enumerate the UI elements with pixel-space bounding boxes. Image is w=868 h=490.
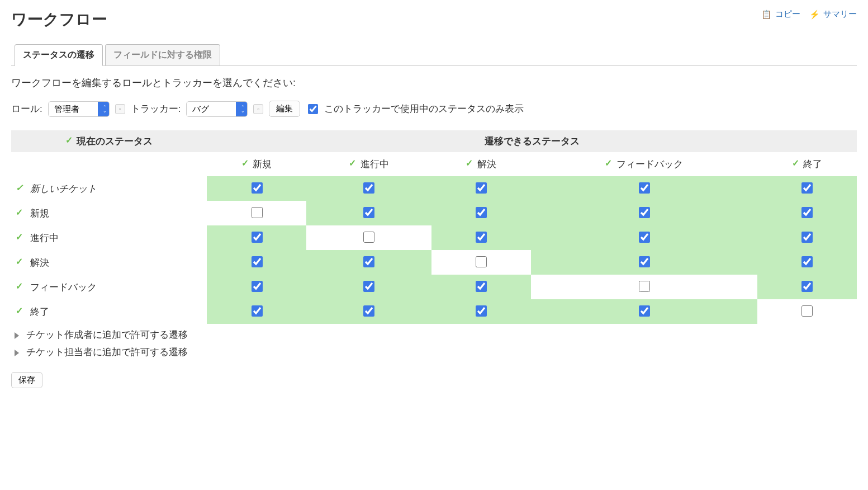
foldable-author-extra-label: チケット作成者に追加で許可する遷移	[26, 329, 188, 340]
transition-checkbox[interactable]	[801, 207, 813, 218]
check-icon[interactable]	[16, 308, 25, 315]
check-icon[interactable]	[16, 259, 25, 266]
column-header: 新規	[207, 152, 306, 176]
transition-cell	[757, 250, 857, 275]
transition-checkbox[interactable]	[252, 232, 263, 243]
transition-checkbox[interactable]	[801, 256, 813, 267]
role-select[interactable]: 管理者	[48, 101, 110, 117]
edit-button[interactable]: 編集	[269, 101, 300, 117]
transition-checkbox[interactable]	[252, 207, 263, 218]
page-title: ワークフロー	[11, 9, 107, 30]
transition-checkbox[interactable]	[639, 305, 650, 317]
table-row: 終了	[11, 299, 857, 324]
tab-status-transition[interactable]: ステータスの遷移	[15, 44, 103, 66]
row-label-cell: 解決	[11, 250, 207, 275]
row-label-cell: 進行中	[11, 225, 207, 250]
transition-checkbox[interactable]	[252, 305, 263, 317]
check-icon[interactable]	[65, 138, 74, 144]
transition-checkbox[interactable]	[363, 281, 374, 292]
row-label: 解決	[30, 257, 49, 268]
role-toggle-icon[interactable]: ▫	[115, 104, 125, 114]
row-label: フィードバック	[30, 282, 97, 293]
transition-checkbox[interactable]	[639, 256, 650, 267]
row-label: 進行中	[30, 233, 59, 243]
transition-checkbox[interactable]	[476, 232, 487, 243]
column-header-label: 解決	[477, 159, 496, 169]
transition-checkbox[interactable]	[363, 305, 374, 317]
column-header: フィードバック	[531, 152, 757, 176]
transition-cell	[531, 201, 757, 225]
table-row: フィードバック	[11, 275, 857, 299]
transition-cell	[431, 225, 531, 250]
tracker-label: トラッカー:	[131, 102, 181, 115]
column-header: 解決	[431, 152, 531, 176]
transition-checkbox[interactable]	[639, 207, 650, 218]
transition-checkbox[interactable]	[801, 182, 813, 194]
row-label-cell: 終了	[11, 299, 207, 324]
copy-link[interactable]: コピー	[761, 9, 800, 20]
transition-checkbox[interactable]	[476, 281, 487, 292]
check-icon[interactable]	[349, 161, 358, 167]
transition-checkbox[interactable]	[801, 281, 813, 292]
check-icon[interactable]	[241, 161, 250, 167]
transition-cell	[531, 250, 757, 275]
only-used-checkbox[interactable]	[308, 104, 318, 114]
transition-cell	[757, 176, 857, 201]
transition-checkbox[interactable]	[476, 305, 487, 317]
row-label-cell: フィードバック	[11, 275, 207, 299]
transition-checkbox[interactable]	[801, 305, 813, 317]
check-icon[interactable]	[16, 284, 25, 290]
transition-checkbox[interactable]	[476, 182, 487, 194]
tab-field-permission[interactable]: フィールドに対する権限	[105, 44, 220, 65]
transition-cell	[757, 299, 857, 324]
transition-checkbox[interactable]	[639, 182, 650, 194]
tracker-select[interactable]: バグ	[186, 101, 248, 117]
transition-cell	[531, 225, 757, 250]
column-header-label: 新規	[253, 159, 272, 169]
check-icon[interactable]	[605, 161, 614, 167]
copy-link-label: コピー	[775, 9, 800, 20]
check-icon[interactable]	[16, 234, 25, 241]
save-button[interactable]: 保存	[11, 372, 42, 388]
foldable-author-extra[interactable]: チケット作成者に追加で許可する遷移	[15, 328, 857, 341]
copy-icon	[761, 10, 772, 20]
check-icon[interactable]	[16, 185, 25, 192]
table-row: 新しいチケット	[11, 176, 857, 201]
transition-cell	[207, 275, 306, 299]
transition-cell	[757, 225, 857, 250]
check-icon[interactable]	[792, 161, 801, 167]
transition-checkbox[interactable]	[639, 232, 650, 243]
foldable-assignee-extra-label: チケット担当者に追加で許可する遷移	[26, 347, 188, 357]
table-row: 解決	[11, 250, 857, 275]
transition-checkbox[interactable]	[363, 207, 374, 218]
only-used-label: このトラッカーで使用中のステータスのみ表示	[324, 102, 524, 115]
transition-checkbox[interactable]	[363, 256, 374, 267]
transition-checkbox[interactable]	[363, 232, 374, 243]
transition-cell	[531, 299, 757, 324]
transition-checkbox[interactable]	[252, 281, 263, 292]
transition-checkbox[interactable]	[252, 256, 263, 267]
row-label: 終了	[30, 307, 49, 317]
th-current-status-label: 現在のステータス	[77, 136, 153, 147]
transition-cell	[306, 225, 431, 250]
transition-checkbox[interactable]	[252, 182, 263, 194]
row-label: 新しいチケット	[30, 183, 97, 194]
summary-link[interactable]: サマリー	[809, 9, 857, 20]
row-label-cell: 新しいチケット	[11, 176, 207, 201]
transition-cell	[306, 250, 431, 275]
check-icon[interactable]	[466, 161, 475, 167]
transition-checkbox[interactable]	[476, 207, 487, 218]
column-header-label: 進行中	[361, 159, 389, 169]
transition-checkbox[interactable]	[476, 256, 487, 267]
column-header: 終了	[757, 152, 857, 176]
foldable-assignee-extra[interactable]: チケット担当者に追加で許可する遷移	[15, 346, 857, 359]
workflow-table: 現在のステータス 遷移できるステータス 新規 進行中 解決 フィードバック 終了…	[11, 130, 857, 324]
transition-cell	[431, 176, 531, 201]
tracker-toggle-icon[interactable]: ▫	[253, 104, 263, 114]
transition-checkbox[interactable]	[801, 232, 813, 243]
check-icon[interactable]	[16, 210, 25, 216]
transition-cell	[207, 250, 306, 275]
transition-cell	[757, 275, 857, 299]
transition-checkbox[interactable]	[363, 182, 374, 194]
transition-checkbox[interactable]	[639, 281, 650, 292]
